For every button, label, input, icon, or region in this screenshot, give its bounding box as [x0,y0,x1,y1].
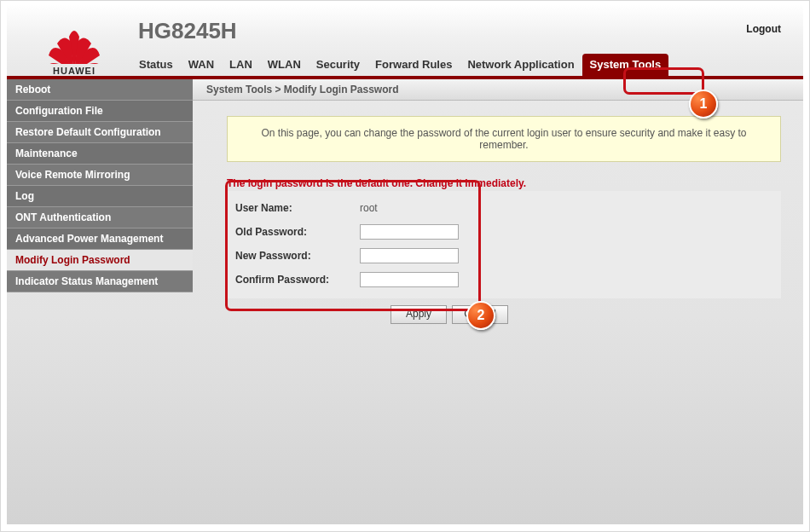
sidebar-item-log[interactable]: Log [7,186,193,207]
logout-link[interactable]: Logout [746,23,781,35]
top-nav: Status WAN LAN WLAN Security Forward Rul… [131,54,668,76]
tab-forward-rules[interactable]: Forward Rules [367,54,460,76]
info-banner: On this page, you can change the passwor… [227,116,781,162]
sidebar-item-maintenance[interactable]: Maintenance [7,143,193,165]
password-form: User Name: root Old Password: New Passwo… [227,191,781,298]
sidebar-item-advanced-power-mgmt[interactable]: Advanced Power Management [7,228,193,250]
sidebar-item-configuration-file[interactable]: Configuration File [7,101,193,122]
cancel-button[interactable]: Cancel [452,305,508,324]
tab-wlan[interactable]: WLAN [260,54,309,76]
old-password-label: Old Password: [235,226,360,238]
tab-system-tools[interactable]: System Tools [582,54,669,76]
new-password-input[interactable] [360,248,459,263]
model-title: HG8245H [138,18,237,44]
sidebar-item-voice-remote-mirroring[interactable]: Voice Remote Mirroring [7,165,193,186]
tab-status[interactable]: Status [131,54,181,76]
user-name-label: User Name: [235,202,360,214]
new-password-label: New Password: [235,250,360,262]
tab-security[interactable]: Security [309,54,367,76]
confirm-password-label: Confirm Password: [235,274,360,286]
confirm-password-input[interactable] [360,272,459,287]
breadcrumb: System Tools > Modify Login Password [193,79,803,101]
password-warning: The login password is the default one. C… [227,177,781,189]
sidebar-item-ont-authentication[interactable]: ONT Authentication [7,207,193,228]
sidebar-item-modify-login-password[interactable]: Modify Login Password [7,250,193,271]
brand-name: HUAWEI [53,66,95,76]
old-password-input[interactable] [360,224,459,240]
huawei-logo-icon [47,30,101,64]
header: HUAWEI HG8245H Logout Status WAN LAN WLA… [7,4,803,76]
sidebar: Reboot Configuration File Restore Defaul… [7,79,193,524]
apply-button[interactable]: Apply [391,305,447,324]
sidebar-item-restore-default[interactable]: Restore Default Configuration [7,122,193,143]
tab-lan[interactable]: LAN [222,54,260,76]
brand-logo: HUAWEI [27,30,121,76]
user-name-value: root [360,202,378,214]
sidebar-item-reboot[interactable]: Reboot [7,79,193,101]
tab-network-application[interactable]: Network Application [460,54,581,76]
tab-wan[interactable]: WAN [181,54,222,76]
sidebar-item-indicator-status-mgmt[interactable]: Indicator Status Management [7,271,193,292]
